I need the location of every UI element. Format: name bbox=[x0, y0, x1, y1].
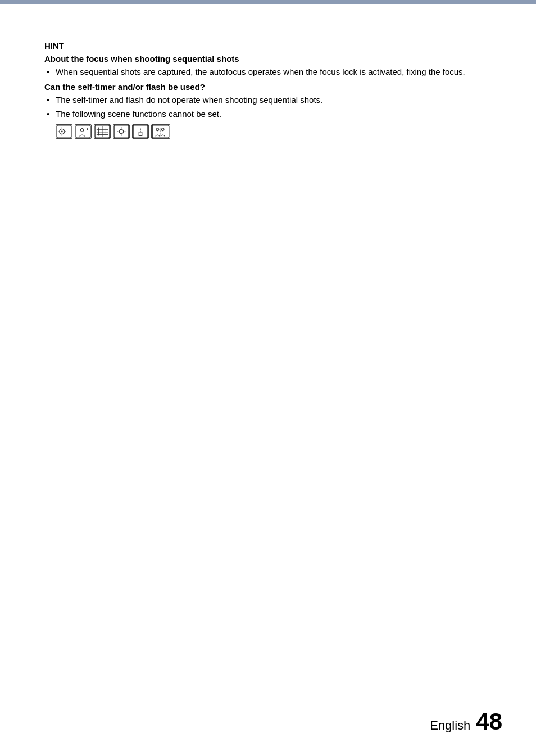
scene-icon-4 bbox=[113, 124, 130, 139]
svg-rect-0 bbox=[57, 125, 71, 137]
svg-point-2 bbox=[61, 130, 63, 132]
heading-self-timer: Can the self-timer and/or flash be used? bbox=[44, 82, 492, 92]
page-content: HINT About the focus when shooting seque… bbox=[0, 4, 536, 193]
scene-icon-3 bbox=[94, 124, 111, 139]
heading-focus: About the focus when shooting sequential… bbox=[44, 54, 492, 64]
scene-icons-row: ✦ bbox=[56, 124, 492, 139]
footer-page-number: 48 bbox=[476, 710, 502, 734]
svg-point-31 bbox=[156, 128, 159, 131]
svg-text:✦: ✦ bbox=[86, 127, 89, 131]
svg-rect-28 bbox=[139, 132, 142, 135]
footer-language-label: English bbox=[430, 718, 470, 733]
top-bar bbox=[0, 0, 536, 4]
svg-line-24 bbox=[124, 133, 124, 134]
svg-line-23 bbox=[119, 128, 119, 129]
list-item-no-flash: The self-timer and flash do not operate … bbox=[44, 94, 492, 107]
svg-point-8 bbox=[80, 128, 84, 132]
svg-point-32 bbox=[161, 128, 164, 131]
svg-point-18 bbox=[119, 129, 123, 133]
scene-icon-1 bbox=[56, 124, 72, 139]
scene-icon-5 bbox=[132, 124, 149, 139]
hint-title: HINT bbox=[44, 41, 492, 51]
bullet-list-self-timer: The self-timer and flash do not operate … bbox=[44, 94, 492, 121]
bullet-list-focus: When sequential shots are captured, the … bbox=[44, 66, 492, 79]
page-footer: English 48 bbox=[430, 710, 502, 734]
hint-box: HINT About the focus when shooting seque… bbox=[34, 33, 502, 148]
scene-icon-6 bbox=[151, 124, 170, 139]
list-item-scene-functions: The following scene functions cannot be … bbox=[44, 108, 492, 121]
svg-rect-17 bbox=[114, 125, 129, 137]
svg-line-26 bbox=[119, 133, 119, 134]
list-item-autofocus: When sequential shots are captured, the … bbox=[44, 66, 492, 79]
scene-icon-2: ✦ bbox=[75, 124, 92, 139]
svg-line-25 bbox=[124, 128, 124, 129]
